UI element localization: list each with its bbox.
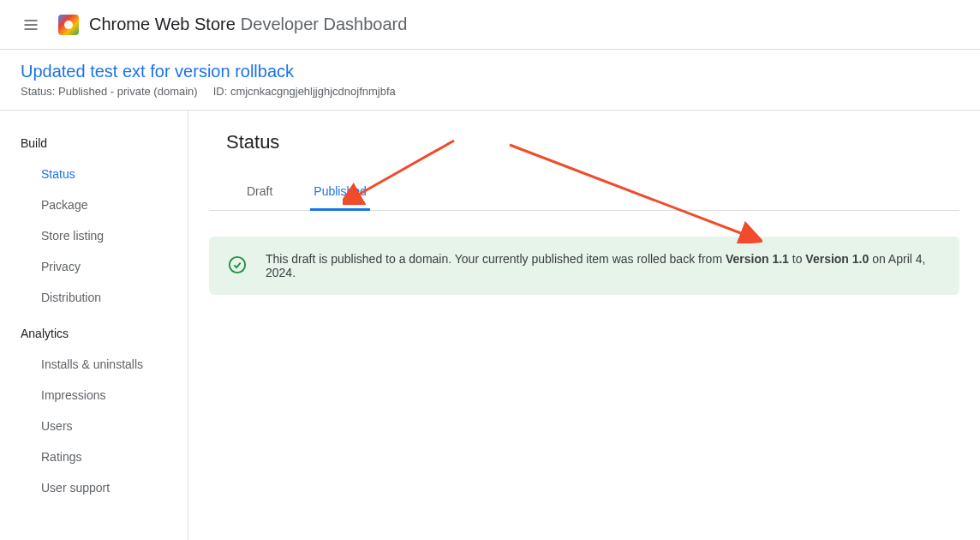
- banner-version-from: Version 1.1: [726, 252, 789, 266]
- page-heading: Status: [226, 131, 959, 153]
- banner-text-prefix: This draft is published to a domain. You…: [266, 252, 726, 266]
- header-subtitle: Developer Dashboard: [241, 15, 408, 34]
- item-meta: Status: Published - private (domain) ID:…: [21, 85, 959, 98]
- banner-text-mid: to: [789, 252, 805, 266]
- top-header: Chrome Web Store Developer Dashboard: [0, 0, 980, 50]
- chrome-web-store-logo-icon: [58, 15, 79, 35]
- sidebar-item-installs[interactable]: Installs & uninstalls: [0, 349, 188, 380]
- tabs: Draft Published: [209, 174, 959, 211]
- sidebar-item-ratings[interactable]: Ratings: [0, 441, 188, 472]
- sidebar-item-users[interactable]: Users: [0, 411, 188, 441]
- sidebar-item-store-listing[interactable]: Store listing: [0, 220, 188, 251]
- tab-published[interactable]: Published: [310, 174, 370, 211]
- svg-point-3: [230, 256, 245, 272]
- nav-group-analytics: Analytics Installs & uninstalls Impressi…: [0, 321, 188, 503]
- sub-header: Updated test ext for version rollback St…: [0, 50, 980, 111]
- nav-group-title-build: Build: [0, 131, 188, 159]
- menu-icon: [22, 16, 39, 33]
- hamburger-menu-button[interactable]: [21, 15, 41, 35]
- nav-group-title-analytics: Analytics: [0, 321, 188, 349]
- sidebar-item-status[interactable]: Status: [0, 159, 188, 189]
- sidebar-item-privacy[interactable]: Privacy: [0, 251, 188, 282]
- id-label: ID: cmjcnkacgngjehljjghjcdnojfnmjbfa: [213, 85, 396, 98]
- status-banner: This draft is published to a domain. You…: [209, 237, 959, 295]
- banner-text: This draft is published to a domain. You…: [266, 252, 941, 279]
- sidebar-item-package[interactable]: Package: [0, 189, 188, 220]
- status-label: Status: Published - private (domain): [21, 85, 198, 98]
- item-title-link[interactable]: Updated test ext for version rollback: [21, 62, 959, 81]
- check-circle-icon: [228, 255, 247, 277]
- sidebar-item-distribution[interactable]: Distribution: [0, 282, 188, 313]
- tab-draft[interactable]: Draft: [243, 174, 276, 211]
- sidebar-item-impressions[interactable]: Impressions: [0, 380, 188, 411]
- sidebar: Build Status Package Store listing Priva…: [0, 111, 188, 540]
- sidebar-item-user-support[interactable]: User support: [0, 472, 188, 503]
- nav-group-build: Build Status Package Store listing Priva…: [0, 131, 188, 313]
- header-title: Chrome Web Store: [89, 15, 236, 34]
- main-content: Status Draft Published This draft is pub…: [188, 111, 980, 540]
- banner-version-to: Version 1.0: [805, 252, 869, 266]
